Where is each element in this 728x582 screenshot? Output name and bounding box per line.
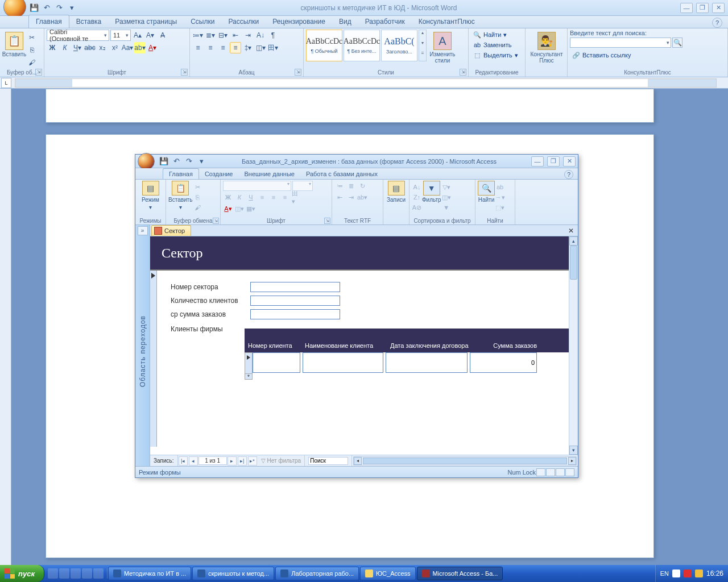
access-view-layout-icon[interactable] (556, 468, 565, 476)
replace-icon-acc[interactable]: ab (495, 182, 505, 192)
access-align-center-icon[interactable]: ≡ (268, 192, 279, 202)
shading-icon[interactable]: ◫▾ (255, 42, 266, 53)
access-align-right-icon[interactable]: ≡ (280, 192, 290, 202)
tab-insert[interactable]: Вставка (69, 15, 109, 28)
access-close-button[interactable]: ✕ (563, 156, 576, 167)
rt-highlight-icon[interactable]: ab▾ (357, 192, 367, 202)
access-font-name[interactable] (223, 181, 291, 191)
filter-toggle-icon[interactable]: ▼ (441, 202, 452, 213)
navpane-expand-icon[interactable]: » (138, 226, 148, 235)
filter-sel-icon[interactable]: ▽▾ (441, 182, 452, 192)
tab-review[interactable]: Рецензирование (266, 15, 332, 28)
tray-lang[interactable]: EN (660, 570, 669, 577)
redo-icon[interactable]: ↷ (53, 2, 65, 14)
records-button[interactable]: ▤Записи (386, 181, 407, 203)
form-vscroll[interactable]: ▴ ▾ (569, 236, 578, 455)
recnav-prev-icon[interactable]: ◂ (189, 456, 198, 465)
access-minimize-button[interactable]: — (531, 156, 544, 167)
access-alt-fill-icon[interactable]: ▦▾ (246, 203, 256, 214)
tab-view[interactable]: Вид (332, 15, 358, 28)
scroll-up-icon[interactable]: ▴ (569, 236, 578, 246)
style-heading[interactable]: AaBbC( Заголово... (381, 30, 417, 61)
select-button[interactable]: ⬚Выделить ▾ (471, 50, 523, 60)
tray-icon-3[interactable] (695, 569, 703, 577)
clear-format-icon[interactable]: A̶ (157, 30, 168, 41)
access-font-color-icon[interactable]: A▾ (223, 203, 233, 214)
recnav-last-icon[interactable]: ▸| (238, 456, 247, 465)
tab-selector[interactable]: L (1, 78, 11, 88)
italic-icon[interactable]: К (59, 42, 71, 53)
indent-decrease-icon[interactable]: ⇤ (230, 30, 241, 41)
start-button[interactable]: пуск (0, 565, 44, 582)
task-item-1[interactable]: Методичка по ИТ в ... (108, 567, 191, 580)
restore-button[interactable]: ❐ (696, 3, 709, 13)
borders-icon[interactable]: 田▾ (267, 42, 279, 53)
align-left-icon[interactable]: ≡ (192, 42, 204, 53)
sf-client-no[interactable] (253, 352, 300, 373)
konsultant-search-input[interactable]: ▾ (570, 38, 671, 48)
align-right-icon[interactable]: ≡ (217, 42, 229, 53)
tab-layout[interactable]: Разметка страницы (108, 15, 184, 28)
paste-button[interactable]: 📋 Вставить (2, 30, 26, 68)
paragraph-dialog-launcher[interactable]: ⇲ (295, 69, 301, 76)
view-button[interactable]: ▤Режим▾ (138, 181, 163, 210)
recnav-nofilter[interactable]: ▽Нет фильтра (258, 455, 305, 466)
close-button[interactable]: ✕ (712, 3, 725, 13)
select-icon-acc[interactable]: ⬚▾ (495, 202, 505, 213)
tab-konsultant[interactable]: КонсультантПлюс (412, 15, 482, 28)
konsultant-button[interactable]: 👨‍⚖️ Консультант Плюс (528, 30, 565, 66)
tray-icon-2[interactable] (684, 569, 692, 577)
sf-order-sum[interactable] (470, 352, 537, 373)
rt-bullets-icon[interactable]: ≔ (334, 181, 345, 191)
sort-clear-icon[interactable]: A⊘ (412, 202, 422, 213)
justify-icon[interactable]: ≡ (230, 42, 241, 53)
rt-indent-inc-icon[interactable]: ⇥ (346, 192, 356, 202)
style-no-spacing[interactable]: AaBbCcDc ¶ Без инте... (344, 30, 380, 61)
sf-client-name[interactable] (303, 352, 383, 373)
access-view-form-icon[interactable] (536, 468, 545, 476)
recnav-new-icon[interactable]: ▸* (248, 456, 257, 465)
goto-icon[interactable]: →▾ (495, 192, 505, 202)
undo-icon[interactable]: ↶ (41, 2, 52, 14)
hscroll-right-icon[interactable]: ▸ (568, 457, 576, 465)
font-dialog-launcher[interactable]: ⇲ (181, 69, 188, 76)
bold-icon[interactable]: Ж (47, 42, 58, 53)
access-paste-button[interactable]: 📋Вставить▾ (168, 181, 192, 213)
access-fill-icon[interactable]: ◫▾ (234, 203, 245, 214)
access-office-button[interactable] (138, 153, 155, 170)
align-center-icon[interactable]: ≡ (205, 42, 216, 53)
access-tab-create[interactable]: Создание (199, 169, 239, 179)
subform-new-record[interactable]: * (245, 374, 253, 380)
task-item-2[interactable]: скриншоты к метод... (192, 567, 274, 580)
grow-font-icon[interactable]: A▴ (132, 30, 143, 41)
ql-icon-4[interactable] (82, 568, 92, 579)
access-align-left-icon[interactable]: ≡ (257, 192, 267, 202)
access-save-icon[interactable]: 💾 (158, 156, 169, 167)
access-restore-button[interactable]: ❐ (547, 156, 560, 167)
filter-button[interactable]: ▼Фильтр (422, 181, 441, 213)
task-item-4[interactable]: ЮС_Access (360, 567, 416, 580)
input-sector-no[interactable] (250, 282, 340, 292)
access-tab-external[interactable]: Внешние данные (239, 169, 300, 179)
change-styles-button[interactable]: A Изменить стили (427, 30, 458, 66)
access-bold-icon[interactable]: Ж (223, 192, 233, 202)
hscroll-left-icon[interactable]: ◂ (354, 457, 362, 465)
task-item-5[interactable]: Microsoft Access - Ба... (417, 567, 503, 580)
access-gridlines-icon[interactable]: 田▾ (291, 192, 301, 202)
access-redo-icon[interactable]: ↷ (183, 156, 195, 167)
recnav-next-icon[interactable]: ▸ (228, 456, 237, 465)
change-case-icon[interactable]: Aa▾ (122, 42, 133, 53)
show-marks-icon[interactable]: ¶ (267, 30, 279, 41)
strike-icon[interactable]: abc (84, 42, 96, 53)
access-italic-icon[interactable]: К (234, 192, 245, 202)
rt-indent-dec-icon[interactable]: ⇤ (334, 192, 345, 202)
access-font-launcher[interactable]: ⇲ (324, 218, 330, 224)
save-icon[interactable]: 💾 (28, 2, 40, 14)
cut-icon[interactable]: ✂ (26, 32, 38, 43)
subform-record-selector[interactable] (245, 352, 253, 374)
rt-refresh-icon[interactable]: ↻ (357, 181, 367, 191)
sort-icon[interactable]: A↓ (255, 30, 266, 41)
access-underline-icon[interactable]: Ч (246, 192, 256, 202)
numbering-icon[interactable]: ≣▾ (205, 30, 216, 41)
copy-icon[interactable]: ⎘ (26, 44, 38, 56)
